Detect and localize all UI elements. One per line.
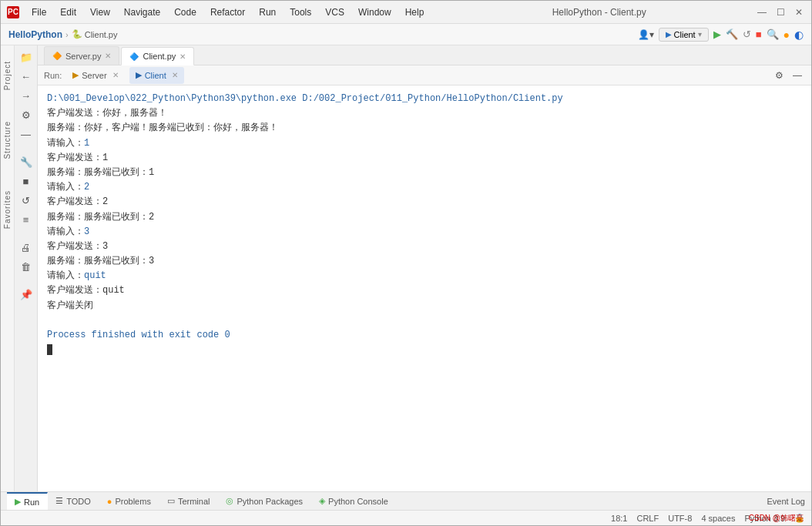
run-toolbar-right: ⚙ — xyxy=(771,68,805,83)
indent-setting[interactable]: 4 spaces xyxy=(701,514,735,523)
close-button[interactable]: ✕ xyxy=(793,6,805,18)
line-ending[interactable]: CRLF xyxy=(636,514,659,523)
user-icon[interactable]: 👤▾ xyxy=(638,29,654,40)
run-tab-client[interactable]: ▶ Client ✕ xyxy=(129,67,184,84)
line-7: 客户端发送：2 xyxy=(47,195,802,209)
input-val-3: 3 xyxy=(84,226,89,237)
status-bar: 18:1 CRLF UTF-8 4 spaces Python 3.9 🔒 xyxy=(1,510,811,525)
cursor-line xyxy=(47,343,802,357)
line-1: 客户端发送：你好，服务器！ xyxy=(47,106,802,121)
bottom-tab-todo[interactable]: ☰ TODO xyxy=(48,492,99,511)
client-run-icon: ▶ xyxy=(136,70,142,80)
run-settings-icon[interactable]: ⚙ xyxy=(771,68,787,83)
dropdown-icon: ▾ xyxy=(698,30,702,39)
menu-file[interactable]: File xyxy=(29,5,49,19)
build-button[interactable]: 🔨 xyxy=(726,28,738,40)
sidebar-pin-icon[interactable]: 📌 xyxy=(18,286,35,303)
sidebar-print-icon[interactable]: 🖨 xyxy=(18,239,35,256)
line-14: 客户端关闭 xyxy=(47,299,802,313)
server-run-close[interactable]: ✕ xyxy=(112,71,119,79)
window-title: HelloPython - Client.py xyxy=(552,7,646,18)
main-content: 🔶 Server.py ✕ 🔷 Client.py ✕ Run: ▶ Serve… xyxy=(38,45,811,491)
run-button[interactable]: ▶ xyxy=(713,28,721,40)
sidebar-folder-icon[interactable]: 📁 xyxy=(18,49,35,65)
encoding[interactable]: UTF-8 xyxy=(668,514,692,523)
menu-refactor[interactable]: Refactor xyxy=(207,5,248,19)
breadcrumb-project[interactable]: HelloPython xyxy=(8,29,62,40)
bottom-tabs-right: Event Log xyxy=(767,497,805,506)
maximize-button[interactable]: ☐ xyxy=(774,6,787,18)
editor-tabs-bar: 🔶 Server.py ✕ 🔷 Client.py ✕ xyxy=(38,45,811,65)
todo-tab-text: TODO xyxy=(66,497,91,506)
sidebar-stop-icon[interactable]: ■ xyxy=(18,173,35,189)
sidebar-strip: 📁 ← → ⚙ — 🔧 ■ ↺ ≡ 🖨 🗑 📌 xyxy=(15,45,38,491)
client-tab-close[interactable]: ✕ xyxy=(180,52,186,61)
line-6: 请输入：2 xyxy=(47,180,802,195)
line-13: 客户端发送：quit xyxy=(47,283,802,298)
breadcrumb: HelloPython › 🐍 Client.py xyxy=(8,29,638,40)
menu-tools[interactable]: Tools xyxy=(287,5,314,19)
menu-help[interactable]: Help xyxy=(402,5,428,19)
path-text: D:\001_Develop\022_Python\Python39\pytho… xyxy=(47,93,563,104)
line-9: 请输入：3 xyxy=(47,225,802,240)
line-4: 客户端发送：1 xyxy=(47,151,802,166)
rerun-button[interactable]: ↺ xyxy=(743,28,751,40)
run-config-selector[interactable]: ▶ Client ▾ xyxy=(659,28,709,42)
bottom-tab-problems[interactable]: ● Problems xyxy=(99,492,159,511)
structure-label[interactable]: Structure xyxy=(3,121,12,159)
sidebar-tool2-icon[interactable]: ≡ xyxy=(18,211,35,228)
bottom-tab-python-console[interactable]: ◈ Python Console xyxy=(311,492,397,511)
menu-bar: File Edit View Navigate Code Refactor Ru… xyxy=(29,5,427,19)
file-icon: 🐍 xyxy=(72,29,82,39)
sidebar-tool1-icon[interactable]: 🔧 xyxy=(18,153,35,170)
sidebar-trash-icon[interactable]: 🗑 xyxy=(18,258,35,275)
event-log-label[interactable]: Event Log xyxy=(767,497,805,506)
tab-server[interactable]: 🔶 Server.py ✕ xyxy=(44,46,119,65)
left-strip: Project Structure Favorites xyxy=(1,45,15,491)
config-icon: ▶ xyxy=(666,30,672,39)
line-11: 服务端：服务端已收到：3 xyxy=(47,254,802,269)
sidebar-minus-icon[interactable]: — xyxy=(18,126,35,142)
ide-icon[interactable]: ◐ xyxy=(794,28,804,41)
update-icon[interactable]: ● xyxy=(783,28,790,41)
client-run-close[interactable]: ✕ xyxy=(172,71,178,79)
minimize-button[interactable]: — xyxy=(756,6,768,18)
bottom-tab-python-packages[interactable]: ◎ Python Packages xyxy=(218,492,311,511)
sidebar-forward-icon[interactable]: → xyxy=(18,87,35,104)
csdn-watermark: CSDN @韩曙亮 xyxy=(749,513,804,524)
menu-navigate[interactable]: Navigate xyxy=(121,5,163,19)
menu-code[interactable]: Code xyxy=(171,5,200,19)
project-label[interactable]: Project xyxy=(3,61,12,90)
client-tab-icon: 🔷 xyxy=(129,52,139,61)
server-tab-close[interactable]: ✕ xyxy=(105,52,111,60)
menu-view[interactable]: View xyxy=(87,5,113,19)
run-tab-server[interactable]: ▶ Server ✕ xyxy=(66,67,124,84)
terminal-cursor xyxy=(47,344,52,355)
search-button[interactable]: 🔍 xyxy=(767,28,779,40)
terminal-tab-text: Terminal xyxy=(178,497,210,506)
line-3: 请输入：1 xyxy=(47,136,802,151)
app-logo: PC xyxy=(7,6,19,18)
input-val-quit: quit xyxy=(84,270,106,281)
breadcrumb-file[interactable]: 🐍 Client.py xyxy=(72,29,118,39)
bottom-tab-terminal[interactable]: ▭ Terminal xyxy=(159,492,219,511)
line-12: 请输入：quit xyxy=(47,269,802,283)
tab-client[interactable]: 🔷 Client.py ✕ xyxy=(121,47,194,65)
line-process: Process finished with exit code 0 xyxy=(47,328,802,343)
bottom-tab-run[interactable]: ▶ Run xyxy=(7,492,48,511)
server-run-label: Server xyxy=(82,71,106,80)
header-bar: HelloPython › 🐍 Client.py 👤▾ ▶ Client ▾ … xyxy=(1,24,811,45)
process-text: Process finished with exit code 0 xyxy=(47,330,230,340)
menu-window[interactable]: Window xyxy=(355,5,394,19)
favorites-label[interactable]: Favorites xyxy=(3,190,12,229)
sidebar-settings-icon[interactable]: ⚙ xyxy=(18,106,35,123)
sidebar-rerun-icon[interactable]: ↺ xyxy=(18,192,35,209)
sidebar-back-icon[interactable]: ← xyxy=(18,68,35,85)
line-2: 服务端：你好，客户端！服务端已收到：你好，服务器！ xyxy=(47,121,802,136)
stop-button[interactable]: ■ xyxy=(756,28,762,40)
run-minus-icon[interactable]: — xyxy=(790,68,805,83)
cursor-position[interactable]: 18:1 xyxy=(611,514,627,523)
menu-vcs[interactable]: VCS xyxy=(322,5,347,19)
menu-edit[interactable]: Edit xyxy=(57,5,79,19)
menu-run[interactable]: Run xyxy=(256,5,279,19)
